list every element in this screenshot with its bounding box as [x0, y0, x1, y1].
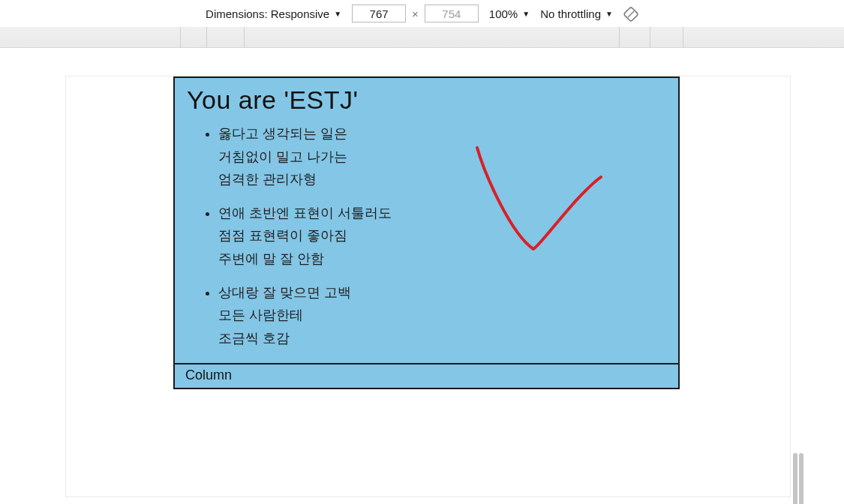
device-viewport: You are 'ESTJ' 옳다고 생각되는 일은거침없이 밀고 나가는엄격한…: [0, 48, 844, 504]
zoom-dropdown[interactable]: 100% ▼: [489, 8, 530, 20]
list-item: 연애 초반엔 표현이 서툴러도점점 표현력이 좋아짐주변에 말 잘 안함: [218, 202, 427, 271]
dimensions-inputs: ×: [352, 4, 479, 22]
devtools-device-toolbar: Dimensions: Responsive ▼ × 100% ▼ No thr…: [0, 0, 844, 27]
chevron-down-icon: ▼: [605, 10, 613, 18]
list-item: 상대랑 잘 맞으면 고백모든 사람한테조금씩 호감: [218, 281, 427, 350]
page-canvas: You are 'ESTJ' 옳다고 생각되는 일은거침없이 밀고 나가는엄격한…: [66, 76, 790, 496]
dimension-separator: ×: [409, 8, 422, 20]
throttling-dropdown[interactable]: No throttling ▼: [540, 8, 613, 20]
svg-line-1: [628, 11, 634, 17]
trait-list: 옳다고 생각되는 일은거침없이 밀고 나가는엄격한 관리자형 연애 초반엔 표현…: [187, 122, 427, 350]
throttling-label: No throttling: [540, 8, 601, 20]
height-input[interactable]: [425, 4, 479, 22]
result-card: You are 'ESTJ' 옳다고 생각되는 일은거침없이 밀고 나가는엄격한…: [173, 76, 680, 389]
card-footer: Column: [173, 364, 680, 389]
scrollbar-thumb[interactable]: [799, 453, 803, 504]
ruler-bar: [0, 27, 844, 48]
dimensions-label: Dimensions: Responsive: [206, 8, 329, 20]
dimensions-dropdown[interactable]: Dimensions: Responsive ▼: [206, 8, 341, 20]
rotate-button[interactable]: [623, 7, 638, 22]
footer-label: Column: [185, 368, 232, 382]
scrollbar-thumb[interactable]: [793, 453, 797, 504]
rotate-icon: [623, 7, 638, 22]
checkmark-drawing: [470, 144, 620, 272]
width-input[interactable]: [352, 4, 406, 22]
zoom-label: 100%: [489, 8, 518, 20]
chevron-down-icon: ▼: [522, 10, 530, 18]
card-body: You are 'ESTJ' 옳다고 생각되는 일은거침없이 밀고 나가는엄격한…: [173, 76, 680, 364]
chevron-down-icon: ▼: [334, 10, 341, 18]
list-item: 옳다고 생각되는 일은거침없이 밀고 나가는엄격한 관리자형: [218, 122, 427, 191]
card-title: You are 'ESTJ': [187, 86, 666, 115]
